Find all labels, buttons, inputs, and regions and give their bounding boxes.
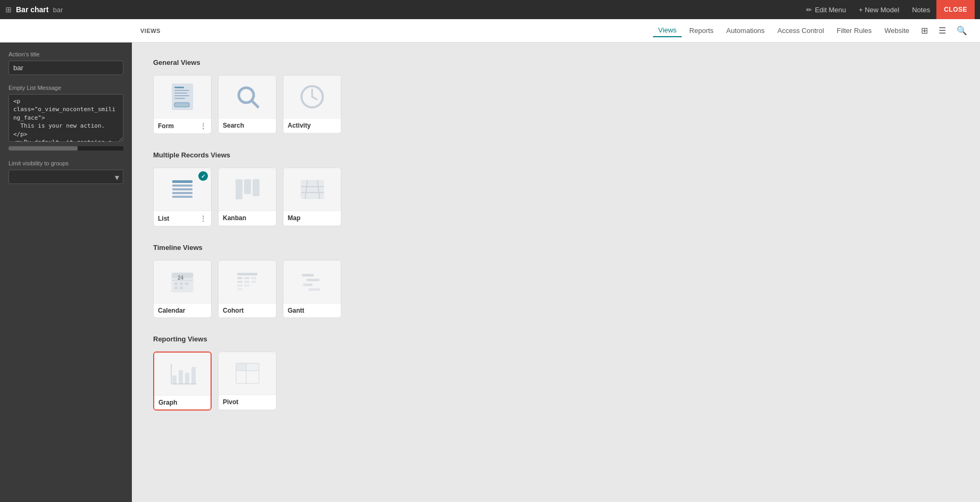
svg-rect-40: [237, 288, 242, 290]
svg-rect-13: [172, 180, 192, 183]
gantt-icon: [283, 261, 341, 303]
svg-rect-30: [180, 287, 183, 289]
edit-menu-button[interactable]: ✏ Edit Menu: [800, 0, 852, 19]
svg-rect-14: [172, 185, 192, 187]
action-title-input[interactable]: [9, 61, 123, 75]
view-card-map[interactable]: Map: [283, 168, 341, 227]
general-views-grid: Form ⋮ Search: [153, 75, 959, 134]
view-card-list[interactable]: List ⋮: [153, 168, 212, 227]
list-label: List ⋮: [154, 211, 211, 226]
nav-automations[interactable]: Automations: [721, 24, 770, 37]
empty-list-textarea[interactable]: <p class="o_view_nocontent_smiling_face"…: [9, 94, 123, 142]
grid-icon[interactable]: ⊞: [5, 5, 12, 14]
form-label: Form ⋮: [154, 118, 211, 133]
view-card-activity[interactable]: Activity: [283, 75, 341, 134]
topbar: ⊞ Bar chart bar ✏ Edit Menu + New Model …: [0, 0, 980, 19]
limit-visibility-wrap: [9, 170, 123, 184]
app-subtitle: bar: [53, 6, 63, 14]
view-card-gantt[interactable]: Gantt: [283, 260, 341, 318]
activity-label: Activity: [283, 118, 341, 132]
svg-rect-41: [302, 274, 314, 277]
search-icon: [219, 76, 276, 118]
pivot-label: Pivot: [219, 395, 276, 409]
topbar-left: ⊞ Bar chart bar: [5, 5, 800, 14]
activity-icon: [283, 76, 341, 118]
multiple-records-section: Multiple Records Views: [153, 151, 959, 227]
kanban-label: Kanban: [219, 211, 276, 225]
svg-rect-4: [174, 95, 189, 96]
svg-rect-26: [174, 282, 178, 285]
limit-visibility-select[interactable]: [9, 170, 123, 184]
view-card-pivot[interactable]: Pivot: [218, 352, 277, 411]
topbar-right: ✏ Edit Menu + New Model Notes CLOSE: [800, 0, 975, 19]
svg-rect-32: [237, 277, 242, 279]
pivot-icon: [219, 352, 276, 395]
view-card-form[interactable]: Form ⋮: [153, 75, 212, 134]
cohort-label: Cohort: [219, 303, 276, 317]
svg-rect-44: [308, 288, 320, 291]
nav-website[interactable]: Website: [879, 24, 915, 37]
main-layout: Action's title Empty List Message <p cla…: [0, 43, 980, 502]
nav-access-control[interactable]: Access Control: [772, 24, 829, 37]
view-card-kanban[interactable]: Kanban: [218, 168, 277, 227]
multiple-records-title: Multiple Records Views: [153, 151, 959, 159]
layout-grid-icon[interactable]: ⊞: [917, 23, 932, 38]
svg-rect-17: [172, 196, 192, 198]
graph-label: Graph: [154, 395, 211, 409]
svg-rect-15: [172, 188, 192, 190]
svg-rect-29: [174, 287, 178, 289]
layout-list-icon[interactable]: ☰: [934, 23, 950, 38]
svg-rect-5: [174, 98, 185, 99]
limit-visibility-field: Limit visibility to groups: [9, 160, 123, 184]
nav-reports[interactable]: Reports: [684, 24, 719, 37]
reporting-views-section: Reporting Views: [153, 335, 959, 411]
new-model-button[interactable]: + New Model: [852, 0, 906, 19]
view-card-graph[interactable]: Graph: [153, 352, 212, 411]
action-title-label: Action's title: [9, 51, 123, 57]
empty-list-label: Empty List Message: [9, 85, 123, 91]
pencil-icon: ✏: [806, 6, 812, 14]
svg-rect-45: [172, 375, 177, 384]
form-icon: [154, 76, 211, 118]
empty-list-field: Empty List Message <p class="o_view_noco…: [9, 85, 123, 150]
svg-rect-3: [174, 93, 187, 94]
subnav-links: Views Reports Automations Access Control…: [653, 23, 971, 38]
form-dots[interactable]: ⋮: [199, 122, 207, 130]
svg-rect-37: [251, 281, 256, 283]
svg-rect-6: [174, 103, 189, 107]
search-nav-icon[interactable]: 🔍: [952, 23, 971, 38]
general-views-title: General Views: [153, 58, 959, 66]
views-label: VIEWS: [9, 28, 653, 34]
view-card-search[interactable]: Search: [218, 75, 277, 134]
svg-rect-34: [251, 277, 256, 279]
map-label: Map: [283, 211, 341, 225]
list-dots[interactable]: ⋮: [199, 214, 207, 223]
app-title: Bar chart: [16, 5, 48, 14]
calendar-icon: 24: [154, 261, 211, 303]
svg-rect-1: [174, 87, 184, 88]
svg-rect-18: [236, 179, 242, 199]
timeline-views-grid: 24 Calendar: [153, 260, 959, 318]
kanban-icon: [219, 168, 276, 211]
map-icon: [283, 168, 341, 211]
view-card-cohort[interactable]: Cohort: [218, 260, 277, 318]
svg-line-12: [312, 97, 317, 99]
textarea-scrollbar: [9, 146, 123, 150]
view-card-calendar[interactable]: 24 Calendar: [153, 260, 212, 318]
svg-rect-33: [244, 277, 249, 279]
cohort-icon: [219, 261, 276, 303]
timeline-views-title: Timeline Views: [153, 244, 959, 252]
svg-rect-27: [180, 282, 183, 285]
svg-rect-20: [253, 179, 259, 196]
svg-rect-36: [244, 281, 249, 283]
nav-filter-rules[interactable]: Filter Rules: [832, 24, 877, 37]
subnav: VIEWS Views Reports Automations Access C…: [0, 19, 980, 43]
nav-views[interactable]: Views: [653, 24, 682, 37]
svg-rect-2: [174, 90, 189, 91]
svg-rect-42: [306, 279, 320, 281]
close-button[interactable]: CLOSE: [936, 0, 975, 19]
list-active-badge: [198, 171, 208, 181]
gantt-label: Gantt: [283, 303, 341, 317]
notes-button[interactable]: Notes: [906, 0, 936, 19]
general-views-section: General Views: [153, 58, 959, 134]
